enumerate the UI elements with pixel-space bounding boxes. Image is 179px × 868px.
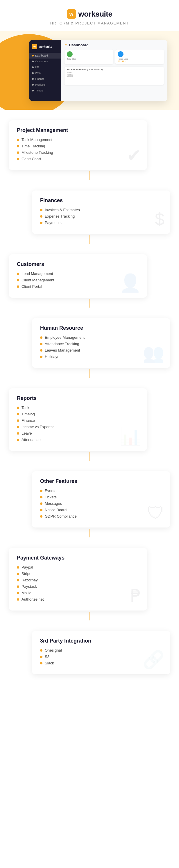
list-item-text: Time Tracking: [22, 144, 45, 148]
list-bullet: [17, 413, 19, 415]
list-bullet: [17, 279, 19, 281]
sidebar-item-dashboard[interactable]: Dashboard: [29, 53, 61, 59]
list-item-text: Payments: [45, 220, 62, 225]
list-bullet: [17, 158, 19, 160]
logo-text: worksuite: [78, 10, 112, 19]
project-management-list: Task ManagementTime TrackingMilestone Tr…: [17, 137, 139, 161]
list-item: Task: [17, 405, 139, 410]
sidebar-item-products[interactable]: Products: [29, 82, 61, 88]
list-item-text: Expense Tracking: [45, 214, 75, 218]
payment-gateways-title: Payment Gateways: [17, 555, 139, 561]
list-bullet: [40, 656, 42, 658]
list-item-text: Gantt Chart: [22, 157, 41, 161]
card-human-resource: Human ResourceEmployee ManagementAttenda…: [32, 318, 170, 368]
list-item-text: Paystack: [22, 584, 37, 589]
sidebar-item-tickets[interactable]: Tickets: [29, 88, 61, 93]
list-item-text: Onesignal: [45, 648, 62, 652]
stat-label-hours: Hours Logg: [118, 58, 162, 60]
list-item-text: Messages: [45, 501, 62, 506]
list-bullet: [17, 579, 19, 581]
card-watermark-icon: 📊: [119, 428, 141, 445]
card-watermark-icon: ₱: [130, 587, 141, 605]
list-item: Payments: [40, 220, 162, 225]
list-bullet: [40, 215, 42, 218]
sidebar-item-finance[interactable]: Finance: [29, 76, 61, 82]
list-bullet: [17, 572, 19, 575]
list-bullet: [17, 426, 19, 428]
list-item-text: Events: [45, 489, 57, 493]
list-item-text: Mollie: [22, 591, 31, 595]
list-bullet: [40, 209, 42, 211]
list-item: Paystack: [17, 584, 139, 589]
list-item: Messages: [40, 501, 162, 506]
tagline: HR, CRM & PROJECT MANAGEMENT: [6, 21, 173, 25]
section-connector: [9, 368, 170, 379]
list-bullet: [40, 509, 42, 511]
list-bullet: [17, 145, 19, 147]
list-item-text: Authorize.net: [22, 597, 44, 601]
list-item-text: Stripe: [22, 571, 31, 576]
chart-y-labels: 200,000 150,000 100,000: [67, 72, 73, 83]
list-item-text: Lead Management: [22, 272, 53, 276]
list-item: Expense Tracking: [40, 214, 162, 218]
human-resource-title: Human Resource: [40, 325, 162, 331]
section-other-features: Other FeaturesEventsTicketsMessagesNotic…: [0, 467, 179, 543]
list-bullet: [40, 343, 42, 345]
section-reports: ReportsTaskTimelogFinanceIncome vs Expen…: [0, 383, 179, 467]
list-item-text: Task Management: [22, 137, 52, 142]
earnings-section: RECENT EARNINGS (LAST 30 DAYS) 200,000 1…: [65, 67, 164, 85]
card-other-features: Other FeaturesEventsTicketsMessagesNotic…: [32, 471, 170, 527]
dashboard-content: Dashboard Total Clier Hours Logg 50131 h…: [61, 40, 167, 101]
3rd-party-integration-title: 3rd Party Integration: [40, 638, 162, 644]
list-item-text: Milestone Tracking: [22, 150, 53, 155]
dashboard-card: w worksuite Dashboard Customers HR Work …: [29, 40, 167, 101]
page-header: w worksuite HR, CRM & PROJECT MANAGEMENT: [0, 0, 179, 31]
list-item: Notice Board: [40, 508, 162, 512]
section-connector: [9, 527, 170, 538]
connector-line: [89, 452, 90, 461]
sidebar-item-customers[interactable]: Customers: [29, 59, 61, 64]
list-bullet: [17, 138, 19, 141]
card-watermark-icon: 🔗: [143, 651, 165, 669]
sidebar-item-work[interactable]: Work: [29, 70, 61, 76]
list-item-text: Client Management: [22, 278, 55, 282]
stat-value-hours: 50131 h: [118, 60, 162, 63]
list-item: Timelog: [17, 412, 139, 416]
card-watermark-icon: 🛡: [147, 504, 165, 522]
list-bullet: [17, 273, 19, 275]
card-customers: CustomersLead ManagementClient Managemen…: [9, 254, 147, 298]
sidebar-item-hr[interactable]: HR: [29, 64, 61, 70]
section-payment-gateways: Payment GatewaysPaypalStripeRazorpayPays…: [0, 543, 179, 626]
project-management-title: Project Management: [17, 127, 139, 133]
connector-line: [89, 171, 90, 180]
list-item-text: Income vs Expense: [22, 425, 55, 429]
finances-list: Invoices & EstimatesExpense TrackingPaym…: [40, 208, 162, 225]
list-item-text: Razorpay: [22, 578, 38, 582]
card-3rd-party-integration: 3rd Party IntegrationOnesignalS3Slack🔗: [32, 631, 170, 674]
list-bullet: [17, 432, 19, 435]
list-bullet: [17, 407, 19, 409]
payment-gateways-list: PaypalStripeRazorpayPaystackMollieAuthor…: [17, 565, 139, 601]
list-item-text: Finance: [22, 418, 35, 423]
section-connector: [9, 298, 170, 309]
list-item-text: Attendance: [22, 437, 41, 442]
list-bullet: [17, 420, 19, 422]
list-item: Invoices & Estimates: [40, 208, 162, 212]
list-bullet: [40, 355, 42, 358]
card-payment-gateways: Payment GatewaysPaypalStripeRazorpayPays…: [9, 548, 147, 611]
list-item-text: Task: [22, 405, 29, 410]
section-connector: [9, 611, 170, 622]
card-watermark-icon: ✔: [127, 147, 141, 164]
other-features-list: EventsTicketsMessagesNotice BoardGDPR Co…: [40, 489, 162, 519]
list-bullet: [17, 439, 19, 441]
list-item: Milestone Tracking: [17, 150, 139, 155]
list-item-text: Invoices & Estimates: [45, 208, 80, 212]
list-item: Razorpay: [17, 578, 139, 582]
connector-line: [89, 612, 90, 620]
list-item-text: Slack: [45, 661, 54, 665]
finances-title: Finances: [40, 197, 162, 204]
list-bullet: [40, 490, 42, 492]
list-item: Employee Management: [40, 335, 162, 340]
list-item-text: Leave: [22, 431, 32, 435]
list-item: Mollie: [17, 591, 139, 595]
